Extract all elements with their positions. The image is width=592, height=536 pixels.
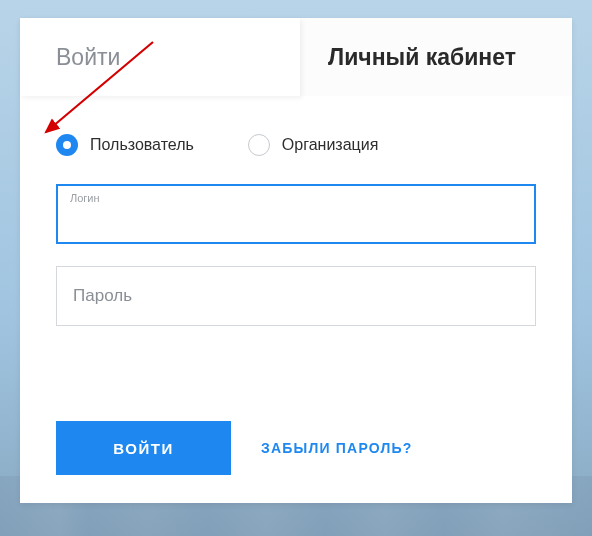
forgot-password-link[interactable]: ЗАБЫЛИ ПАРОЛЬ?: [261, 440, 413, 456]
login-input-wrap: Логин: [56, 184, 536, 244]
form-area: Пользователь Организация Логин: [20, 96, 572, 326]
tab-cabinet-label: Личный кабинет: [328, 44, 516, 71]
login-floating-label: Логин: [70, 192, 100, 204]
password-input-wrap: [56, 266, 536, 326]
tab-login-label: Войти: [56, 44, 120, 71]
login-button-label: ВОЙТИ: [113, 440, 173, 457]
radio-icon-selected: [56, 134, 78, 156]
tab-login[interactable]: Войти: [20, 18, 300, 96]
tab-cabinet[interactable]: Личный кабинет: [300, 18, 572, 96]
radio-icon-unselected: [248, 134, 270, 156]
password-input[interactable]: [57, 267, 535, 325]
tabs-row: Войти Личный кабинет: [20, 18, 572, 96]
radio-user[interactable]: Пользователь: [56, 134, 194, 156]
login-input[interactable]: [58, 186, 534, 242]
login-panel: Войти Личный кабинет Пользователь Органи…: [20, 18, 572, 503]
forgot-password-label: ЗАБЫЛИ ПАРОЛЬ?: [261, 440, 413, 456]
account-type-radios: Пользователь Организация: [56, 134, 536, 156]
radio-organization[interactable]: Организация: [248, 134, 379, 156]
radio-org-label: Организация: [282, 136, 379, 154]
radio-user-label: Пользователь: [90, 136, 194, 154]
login-button[interactable]: ВОЙТИ: [56, 421, 231, 475]
actions-row: ВОЙТИ ЗАБЫЛИ ПАРОЛЬ?: [56, 421, 413, 475]
